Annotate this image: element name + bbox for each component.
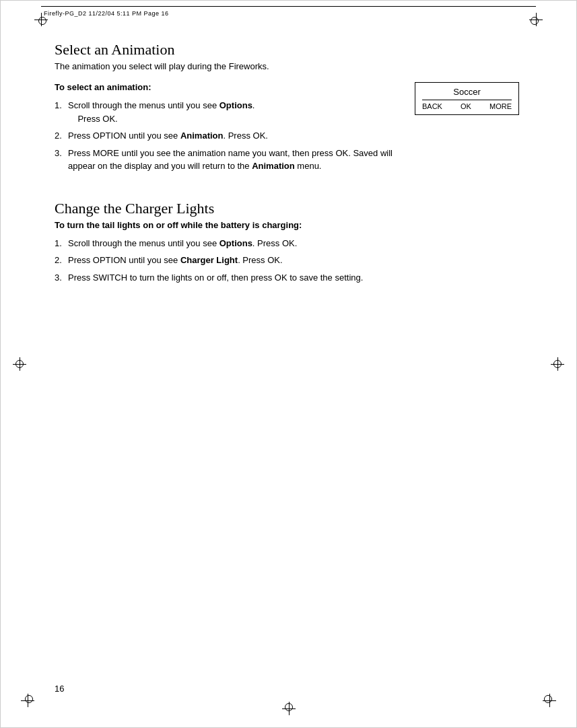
lcd-more-label: MORE	[489, 102, 512, 110]
page: Firefly-PG_D2 11/22/04 5:11 PM Page 16 S…	[0, 0, 577, 728]
step-1-text: Scroll through the menus until you see O…	[68, 100, 254, 124]
animation-step-2: 2. Press OPTION until you see Animation.…	[55, 129, 408, 143]
reg-circle-top-right	[531, 17, 539, 25]
section-animation-subtitle: The animation you select will play durin…	[55, 61, 522, 71]
side-circle-right	[553, 360, 562, 368]
charger-instruction-heading: To turn the tail lights on or off while …	[55, 220, 522, 230]
lcd-ok-label: OK	[461, 102, 471, 110]
step-2-bold: Animation	[180, 131, 224, 141]
charger-step-2: 2. Press OPTION until you see Charger Li…	[55, 254, 522, 267]
header-text: Firefly-PG_D2 11/22/04 5:11 PM Page 16	[44, 10, 169, 17]
charger-step-1-text: Scroll through the menus until you see O…	[68, 238, 297, 248]
charger-step-1: 1. Scroll through the menus until you se…	[55, 237, 522, 250]
section-charger: Change the Charger Lights To turn the ta…	[55, 200, 522, 285]
section-animation-body: Soccer BACK OK MORE To select an animati…	[55, 82, 522, 173]
charger-steps: 1. Scroll through the menus until you se…	[55, 237, 522, 285]
lcd-display-container: Soccer BACK OK MORE	[415, 82, 522, 115]
section-animation: Select an Animation The animation you se…	[55, 41, 522, 173]
step-1-bold: Options	[219, 100, 252, 110]
section-animation-title: Select an Animation	[55, 41, 522, 59]
reg-circle-bottom-middle	[285, 703, 293, 711]
reg-circle-bottom-left	[25, 695, 33, 703]
charger-step-1-bold: Options	[219, 238, 252, 248]
lcd-title: Soccer	[422, 87, 512, 97]
lcd-display: Soccer BACK OK MORE	[415, 82, 519, 115]
step-3-bold: Animation	[252, 161, 295, 171]
charger-step-2-bold: Charger Light	[180, 255, 238, 265]
animation-instruction-heading: To select an animation:	[55, 82, 408, 92]
charger-step-3-text: Press SWITCH to turn the lights on or of…	[68, 272, 363, 283]
page-number: 16	[55, 684, 64, 694]
step-2-text: Press OPTION until you see Animation. Pr…	[68, 131, 268, 141]
step-3-text: Press MORE until you see the animation n…	[68, 148, 393, 172]
animation-steps: 1. Scroll through the menus until you se…	[55, 99, 408, 173]
charger-step-2-number: 2.	[55, 254, 62, 267]
step-3-number: 3.	[55, 147, 62, 160]
main-content: Select an Animation The animation you se…	[55, 41, 522, 291]
charger-step-3-number: 3.	[55, 271, 62, 285]
step-1-number: 1.	[55, 99, 62, 112]
header-bar: Firefly-PG_D2 11/22/04 5:11 PM Page 16	[41, 6, 536, 20]
animation-step-3: 3. Press MORE until you see the animatio…	[55, 147, 408, 173]
lcd-back-label: BACK	[422, 102, 442, 110]
lcd-buttons: BACK OK MORE	[422, 100, 512, 110]
reg-circle-top-left	[38, 17, 46, 25]
reg-circle-bottom-right	[544, 695, 552, 703]
animation-step-1: 1. Scroll through the menus until you se…	[55, 99, 408, 125]
step-2-number: 2.	[55, 129, 62, 143]
charger-step-1-number: 1.	[55, 237, 62, 250]
charger-step-2-text: Press OPTION until you see Charger Light…	[68, 255, 283, 265]
side-circle-left	[15, 360, 24, 368]
section-charger-title: Change the Charger Lights	[55, 200, 522, 217]
charger-step-3: 3. Press SWITCH to turn the lights on or…	[55, 271, 522, 285]
